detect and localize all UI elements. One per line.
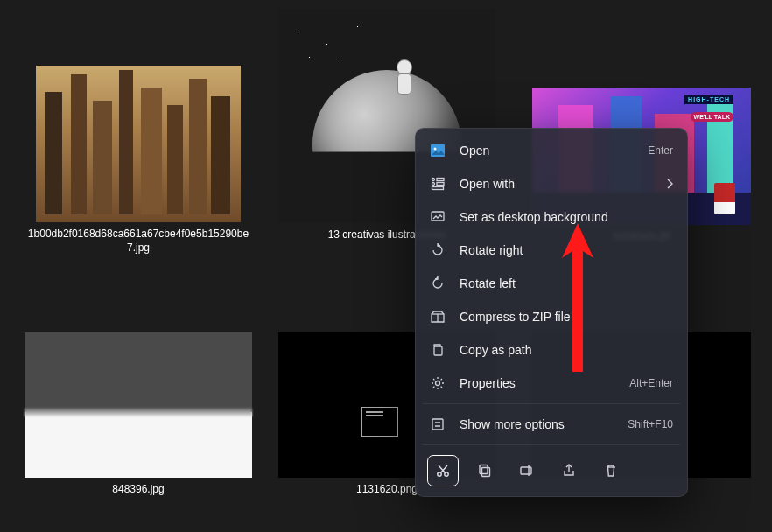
svg-rect-5 [437,183,444,186]
menu-item-label: Compress to ZIP file [460,310,673,324]
menu-item-rotate-left[interactable]: Rotate left [416,267,687,300]
context-menu: Open Enter Open with Set as desktop back… [415,128,688,497]
svg-rect-6 [432,187,444,190]
thumbnail-item[interactable]: 1b00db2f0168d68ca661a67cbe4f0e5b15290be7… [25,66,252,255]
menu-item-label: Set as desktop background [460,210,673,224]
menu-item-rotate-right[interactable]: Rotate right [416,234,687,267]
svg-point-3 [432,183,435,186]
menu-item-hint: Shift+F10 [628,418,673,430]
svg-rect-15 [521,467,531,474]
thumbnail-caption: 848396.jpg [25,483,252,497]
cut-icon [435,463,451,479]
thumbnail-caption: 1b00db2f0168d68ca661a67cbe4f0e5b15290be7… [25,228,252,255]
open-image-icon [430,143,446,158]
menu-item-label: Open [460,144,634,158]
menu-item-label: Properties [460,376,615,390]
svg-point-2 [432,178,435,181]
svg-point-1 [434,148,437,150]
menu-item-copy-path[interactable]: Copy as path [416,333,687,367]
menu-item-label: Rotate right [460,243,673,257]
zip-icon [430,309,446,325]
file-gallery: 1b00db2f0168d68ca661a67cbe4f0e5b15290be7… [0,0,772,532]
properties-icon [430,375,446,391]
neon-sign: HIGH-TECH [684,94,733,104]
thumbnail-image [25,332,252,478]
svg-rect-4 [437,178,444,181]
menu-item-open[interactable]: Open Enter [416,134,687,167]
chevron-right-icon [666,178,673,189]
menu-item-show-more-options[interactable]: Show more options Shift+F10 [416,408,687,441]
svg-point-9 [436,382,440,386]
share-button[interactable] [554,456,584,486]
menu-item-label: Copy as path [460,343,673,357]
rotate-left-icon [430,276,446,291]
more-options-icon [430,416,446,432]
neon-sign: WE'LL TALK [691,112,733,122]
thumbnail-image [36,66,241,222]
menu-item-compress-zip[interactable]: Compress to ZIP file [416,300,687,333]
menu-item-label: Open with [460,177,652,191]
open-with-icon [430,176,446,192]
menu-item-hint: Alt+Enter [629,377,673,389]
copy-path-icon [430,342,446,358]
copy-icon [477,463,493,479]
rename-icon [519,463,535,479]
desktop-bg-icon [430,209,446,225]
menu-item-hint: Enter [648,144,673,157]
menu-toolbar [416,449,687,491]
menu-item-set-desktop-background[interactable]: Set as desktop background [416,200,687,234]
menu-separator [423,403,680,404]
delete-button[interactable] [596,456,626,486]
menu-separator [423,444,680,445]
copy-button[interactable] [470,456,500,486]
delete-icon [603,463,619,479]
cut-button[interactable] [428,456,458,486]
menu-item-properties[interactable]: Properties Alt+Enter [416,367,687,400]
svg-rect-13 [482,468,490,477]
svg-rect-10 [432,419,443,430]
rotate-right-icon [430,242,446,258]
menu-item-open-with[interactable]: Open with [416,167,687,200]
share-icon [561,463,577,479]
svg-rect-14 [480,466,488,474]
thumbnail-item[interactable]: 848396.jpg [25,332,252,497]
menu-item-label: Rotate left [460,276,673,290]
svg-rect-8 [434,346,442,355]
rename-button[interactable] [512,456,542,486]
menu-item-label: Show more options [460,417,614,431]
